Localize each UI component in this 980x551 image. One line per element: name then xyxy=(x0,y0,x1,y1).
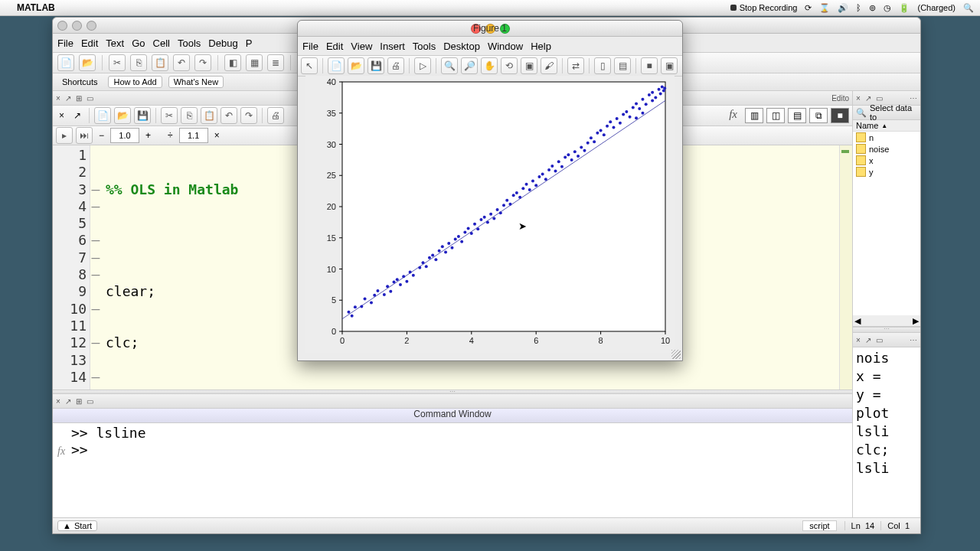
panel-expand-icon[interactable]: ⊞ xyxy=(76,94,82,103)
panel-min-icon[interactable]: ▭ xyxy=(87,94,93,103)
history-item[interactable]: nois xyxy=(856,349,917,367)
cmd-close-icon[interactable]: × xyxy=(56,397,60,406)
fig-menu-edit[interactable]: Edit xyxy=(326,41,343,52)
fig-arrow-button[interactable]: ↖ xyxy=(301,57,318,74)
cmd-fx-icon[interactable]: fx xyxy=(57,425,71,529)
editor-undo-button[interactable]: ↶ xyxy=(220,107,237,124)
menu-cell[interactable]: Cell xyxy=(153,37,170,49)
right-splitter[interactable]: ⋯ xyxy=(853,327,920,333)
editor-open-button[interactable]: 📂 xyxy=(114,107,131,124)
redo-button[interactable]: ↷ xyxy=(194,54,211,71)
fig-show-button[interactable]: ▣ xyxy=(661,57,678,74)
profiler-button[interactable]: ≣ xyxy=(267,54,284,71)
timemachine-icon[interactable]: ⌛ xyxy=(819,3,830,13)
history-item[interactable]: x = xyxy=(856,367,917,386)
zoom-input-2[interactable] xyxy=(179,128,208,143)
fig-pan-button[interactable]: ✋ xyxy=(481,57,498,74)
cmd-expand-icon[interactable]: ⊞ xyxy=(76,397,82,406)
fig-datacursor-button[interactable]: ▣ xyxy=(521,57,537,74)
times-button[interactable]: × xyxy=(211,130,223,141)
undo-button[interactable]: ↶ xyxy=(173,54,190,71)
workspace-var[interactable]: y xyxy=(853,166,920,178)
spotlight-icon[interactable]: 🔍 xyxy=(963,3,974,13)
plus-button[interactable]: + xyxy=(142,130,154,141)
cell-eval-advance-button[interactable]: ⏭ xyxy=(76,127,93,144)
workspace-var[interactable]: n xyxy=(853,132,920,143)
fig-menu-view[interactable]: View xyxy=(351,41,372,52)
fig-brush-button[interactable]: 🖌 xyxy=(541,57,557,74)
fig-pointer-button[interactable]: ▷ xyxy=(414,57,431,74)
name-column-header[interactable]: Name xyxy=(856,121,878,130)
history-item[interactable]: lsli xyxy=(856,459,917,478)
menu-tools[interactable]: Tools xyxy=(178,37,201,49)
fig-zoomin-button[interactable]: 🔍 xyxy=(441,57,458,74)
figure-titlebar[interactable]: Figure 1 xyxy=(298,21,682,37)
menu-go[interactable]: Go xyxy=(132,37,145,49)
editor-scroll-track[interactable] xyxy=(839,145,852,390)
cmd-min-icon[interactable]: ▭ xyxy=(87,397,93,406)
editor-print-button[interactable]: 🖨 xyxy=(267,107,284,124)
cmd-undock-icon[interactable]: ↗ xyxy=(65,397,71,406)
editor-tab-undock-icon[interactable]: ↗ xyxy=(70,110,84,121)
history-item[interactable]: y = xyxy=(856,386,917,404)
fig-rotate-button[interactable]: ⟲ xyxy=(501,57,518,74)
editor-save-button[interactable]: 💾 xyxy=(134,107,151,124)
layout-btn-2[interactable]: ◫ xyxy=(766,108,785,123)
cmdwin-body[interactable]: fx >> lsline >> xyxy=(53,423,852,530)
airport-icon[interactable]: ⊚ xyxy=(869,3,876,13)
breakpoint-gutter[interactable]: –––––––– xyxy=(90,145,101,390)
stop-recording-button[interactable]: Stop Recording xyxy=(730,3,798,12)
hist-close-icon[interactable]: × xyxy=(856,336,861,344)
fig-link-button[interactable]: ⇄ xyxy=(567,57,584,74)
start-button[interactable]: ▲ Start xyxy=(57,520,97,531)
fig-print-button[interactable]: 🖨 xyxy=(387,57,404,74)
cell-eval-button[interactable]: ▸ xyxy=(56,127,73,144)
editor-tab-close-icon[interactable]: × xyxy=(56,110,67,121)
whats-new-button[interactable]: What's New xyxy=(168,76,224,88)
panel-close-icon[interactable]: × xyxy=(56,94,60,103)
sync-icon[interactable]: ⟳ xyxy=(805,3,812,13)
fig-menu-insert[interactable]: Insert xyxy=(380,41,405,52)
layout-btn-3[interactable]: ▤ xyxy=(788,108,806,123)
editor-copy-button[interactable]: ⎘ xyxy=(181,107,198,124)
menu-text[interactable]: Text xyxy=(106,37,124,49)
new-file-button[interactable]: 📄 xyxy=(57,54,74,71)
fig-menu-window[interactable]: Window xyxy=(488,41,523,52)
fig-zoomout-button[interactable]: 🔎 xyxy=(461,57,478,74)
fig-menu-file[interactable]: File xyxy=(302,41,318,52)
fig-hide-button[interactable]: ■ xyxy=(641,57,658,74)
menu-edit[interactable]: Edit xyxy=(81,37,98,49)
workspace-var[interactable]: noise xyxy=(853,143,920,155)
ws-close-icon[interactable]: × xyxy=(856,94,861,103)
battery-icon[interactable]: 🔋 xyxy=(899,3,910,13)
fig-open-button[interactable]: 📂 xyxy=(348,57,364,74)
how-to-add-button[interactable]: How to Add xyxy=(108,76,162,88)
window-close-button[interactable] xyxy=(57,21,67,31)
simulink-button[interactable]: ◧ xyxy=(224,54,241,71)
clock-icon[interactable]: ◷ xyxy=(884,3,891,13)
minus-button[interactable]: − xyxy=(96,130,107,141)
figure-axes[interactable]: 02468100510152025303540 xyxy=(305,76,675,353)
copy-button[interactable]: ⎘ xyxy=(130,54,147,71)
editor-new-button[interactable]: 📄 xyxy=(94,107,111,124)
history-item[interactable]: plot xyxy=(856,404,917,422)
layout-btn-5[interactable]: ■ xyxy=(831,108,849,123)
resize-grip[interactable] xyxy=(671,350,681,359)
menu-debug[interactable]: Debug xyxy=(208,37,237,49)
fig-new-button[interactable]: 📄 xyxy=(328,57,345,74)
fig-colorbar-button[interactable]: ▯ xyxy=(594,57,611,74)
cmd-prompt[interactable]: >> xyxy=(71,442,146,458)
fig-legend-button[interactable]: ▤ xyxy=(614,57,631,74)
cut-button[interactable]: ✂ xyxy=(109,54,126,71)
zoom-input-1[interactable] xyxy=(110,128,139,143)
history-item[interactable]: lsli xyxy=(856,422,917,441)
open-file-button[interactable]: 📂 xyxy=(79,54,96,71)
window-zoom-button[interactable] xyxy=(87,21,96,31)
editor-cut-button[interactable]: ✂ xyxy=(161,107,178,124)
volume-icon[interactable]: 🔊 xyxy=(838,3,848,13)
editor-paste-button[interactable]: 📋 xyxy=(201,107,217,124)
bluetooth-icon[interactable]: ᛒ xyxy=(856,3,861,12)
guide-button[interactable]: ▦ xyxy=(246,54,263,71)
window-minimize-button[interactable] xyxy=(72,21,82,31)
fig-menu-desktop[interactable]: Desktop xyxy=(443,41,480,52)
